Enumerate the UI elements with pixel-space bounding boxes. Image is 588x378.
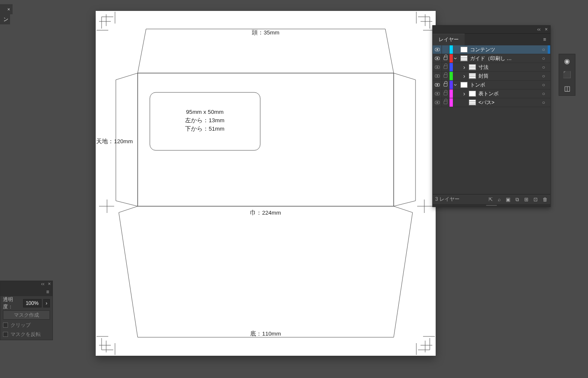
visibility-toggle[interactable] — [433, 81, 442, 89]
align-icon[interactable]: ⬛ — [563, 71, 571, 79]
target-icon[interactable]: ○ — [539, 82, 548, 88]
visibility-toggle[interactable] — [433, 72, 442, 80]
close-icon[interactable]: × — [48, 281, 51, 288]
lock-toggle[interactable] — [442, 45, 449, 54]
layer-thumbnail — [469, 64, 476, 70]
layer-name[interactable]: <パス> — [478, 99, 539, 106]
layer-color-strip — [449, 63, 453, 71]
layer-thumbnail — [469, 73, 476, 79]
lock-toggle[interactable] — [442, 81, 449, 89]
panel-titlebar[interactable]: ‹‹ × — [433, 26, 550, 33]
collapse-icon[interactable]: ‹‹ — [41, 281, 44, 288]
label-window-size: 95mm x 50mm — [186, 109, 223, 115]
layer-name[interactable]: トンボ — [469, 81, 539, 89]
panel-menu-icon[interactable]: ≡ — [46, 289, 49, 295]
collapsed-panel-dock[interactable]: ◉⬛◫ — [559, 54, 575, 96]
target-icon[interactable]: ○ — [539, 91, 548, 97]
label-bottom: 底：110mm — [250, 331, 281, 337]
clip-checkbox[interactable] — [3, 323, 8, 328]
layers-footer: 3 レイヤー ⇱ ⌕ ▣ ⧉ ⊞ ⊡ 🗑 — [433, 194, 550, 204]
appearance-icon[interactable]: ◉ — [564, 57, 570, 65]
lock-icon — [444, 74, 447, 78]
visibility-toggle[interactable] — [433, 63, 442, 71]
layer-row-contents[interactable]: コンテンツ○ — [433, 45, 550, 54]
export-icon[interactable]: ⇱ — [489, 197, 493, 202]
layer-row-guide[interactable]: ガイド（印刷し …○ — [433, 54, 550, 63]
opacity-input[interactable] — [23, 299, 42, 307]
disclosure-toggle — [461, 98, 467, 107]
layer-thumbnail — [460, 47, 468, 52]
layer-row-dim[interactable]: 寸法○ — [433, 63, 550, 72]
opacity-stepper[interactable]: › — [43, 299, 50, 307]
eye-icon — [435, 57, 440, 60]
disclosure-toggle[interactable] — [453, 54, 459, 63]
close-icon[interactable]: × — [545, 26, 548, 32]
visibility-toggle[interactable] — [433, 45, 442, 54]
invert-mask-checkbox[interactable] — [3, 332, 8, 337]
disclosure-toggle[interactable] — [453, 81, 459, 89]
lock-toggle[interactable] — [442, 54, 449, 63]
artboard[interactable]: 頭：35mm 天地：120mm 巾：224mm 底：110mm 95mm x 5… — [96, 11, 436, 356]
disclosure-toggle[interactable] — [461, 72, 467, 80]
visibility-toggle[interactable] — [433, 98, 442, 107]
layers-panel[interactable]: ‹‹ × レイヤー ≡ コンテンツ○ガイド（印刷し …○寸法○封筒○トンボ○表ト… — [432, 25, 551, 207]
pathfinder-icon[interactable]: ◫ — [564, 84, 570, 92]
lock-toggle[interactable] — [442, 98, 449, 107]
stub-label: ン — [3, 16, 8, 23]
visibility-toggle[interactable] — [433, 89, 442, 98]
docked-panel-tab[interactable]: × — [0, 4, 13, 14]
layer-name[interactable]: 表トンボ — [478, 90, 539, 97]
make-mask-button[interactable]: マスク作成 — [3, 310, 50, 320]
new-layer-icon[interactable]: ⊡ — [533, 197, 538, 202]
layer-name[interactable]: ガイド（印刷し … — [469, 55, 539, 62]
locate-object-icon[interactable]: ⧉ — [515, 197, 519, 202]
label-window-left: 左から：13mm — [185, 117, 225, 123]
selection-indicator — [548, 98, 550, 107]
layers-list[interactable]: コンテンツ○ガイド（印刷し …○寸法○封筒○トンボ○表トンボ○<パス>○ — [433, 45, 550, 107]
lock-toggle[interactable] — [442, 72, 449, 80]
layer-row-env[interactable]: 封筒○ — [433, 72, 550, 81]
transparency-panel[interactable]: ‹‹ × ≡ 透明度： › マスク作成 クリップ マスクを反転 — [0, 281, 53, 340]
new-sublayer-icon[interactable]: ⊞ — [524, 197, 528, 202]
eye-icon — [435, 92, 440, 95]
label-head: 頭：35mm — [252, 29, 280, 36]
target-icon[interactable]: ○ — [539, 55, 548, 61]
panel-titlebar[interactable]: ‹‹ × — [0, 281, 52, 288]
lock-icon — [444, 57, 447, 60]
eye-icon — [435, 74, 440, 78]
layer-color-strip — [449, 89, 453, 98]
disclosure-toggle[interactable] — [461, 89, 467, 98]
panel-resize-grip[interactable] — [433, 204, 550, 207]
collapse-icon[interactable]: ‹‹ — [537, 26, 541, 32]
target-icon[interactable]: ○ — [539, 47, 548, 52]
panel-menu-icon[interactable]: ≡ — [539, 37, 550, 42]
find-layer-icon[interactable]: ⌕ — [498, 197, 501, 202]
layer-name[interactable]: 封筒 — [478, 73, 539, 80]
layer-name[interactable]: コンテンツ — [469, 46, 539, 53]
invert-checkbox-row[interactable]: マスクを反転 — [3, 331, 50, 338]
clipping-mask-icon[interactable]: ▣ — [506, 197, 510, 202]
layers-count: 3 レイヤー — [435, 196, 460, 203]
opacity-label: 透明度： — [3, 296, 21, 310]
layers-tab[interactable]: レイヤー — [433, 34, 465, 45]
selection-indicator — [548, 81, 550, 89]
layer-row-path[interactable]: <パス>○ — [433, 98, 550, 107]
layer-row-fronttombo[interactable]: 表トンボ○ — [433, 89, 550, 98]
target-icon[interactable]: ○ — [539, 73, 548, 79]
lock-toggle[interactable] — [442, 63, 449, 71]
label-height: 天地：120mm — [96, 138, 133, 144]
target-icon[interactable]: ○ — [539, 64, 548, 70]
disclosure-toggle[interactable] — [461, 63, 467, 71]
layer-color-strip — [449, 72, 453, 80]
visibility-toggle[interactable] — [433, 54, 442, 63]
clip-checkbox-row[interactable]: クリップ — [3, 321, 50, 329]
layer-name[interactable]: 寸法 — [478, 64, 539, 71]
lock-toggle[interactable] — [442, 89, 449, 98]
selection-indicator — [548, 54, 550, 63]
lock-icon — [444, 92, 447, 95]
delete-layer-icon[interactable]: 🗑 — [543, 197, 548, 202]
target-icon[interactable]: ○ — [539, 100, 548, 105]
layer-row-tombo[interactable]: トンボ○ — [433, 81, 550, 89]
selection-indicator — [548, 63, 550, 71]
tab-close-icon[interactable]: × — [8, 7, 10, 12]
